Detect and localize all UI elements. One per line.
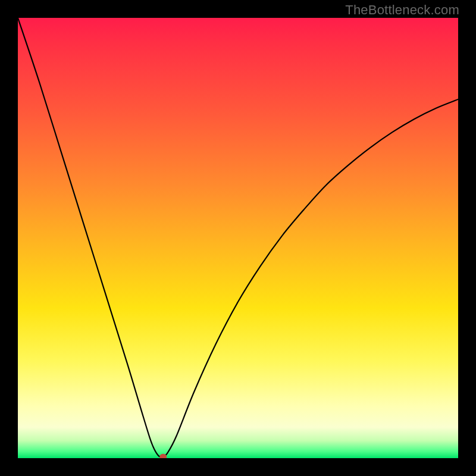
curve-svg [18, 18, 458, 458]
plot-area [18, 18, 458, 458]
watermark-text: TheBottleneck.com [345, 2, 459, 18]
bottleneck-curve [18, 18, 458, 457]
chart-container: TheBottleneck.com [0, 0, 476, 476]
